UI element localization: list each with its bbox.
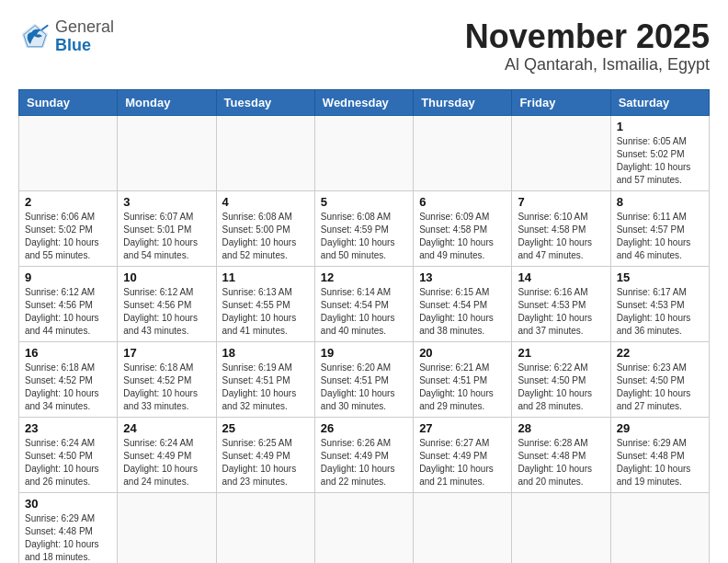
day-info: Sunrise: 6:18 AM Sunset: 4:52 PM Dayligh…	[25, 362, 111, 413]
calendar-cell: 13Sunrise: 6:15 AM Sunset: 4:54 PM Dayli…	[414, 266, 512, 341]
calendar-cell: 1Sunrise: 6:05 AM Sunset: 5:02 PM Daylig…	[610, 115, 709, 190]
weekday-header-thursday: Thursday	[414, 89, 512, 115]
logo: General Blue	[18, 18, 114, 55]
day-info: Sunrise: 6:22 AM Sunset: 4:50 PM Dayligh…	[518, 362, 604, 413]
calendar-cell: 22Sunrise: 6:23 AM Sunset: 4:50 PM Dayli…	[610, 341, 709, 417]
day-info: Sunrise: 6:13 AM Sunset: 4:55 PM Dayligh…	[222, 286, 309, 338]
day-number: 11	[222, 270, 309, 284]
weekday-header-sunday: Sunday	[19, 89, 118, 115]
day-info: Sunrise: 6:26 AM Sunset: 4:49 PM Dayligh…	[321, 437, 407, 488]
calendar-cell: 3Sunrise: 6:07 AM Sunset: 5:01 PM Daylig…	[118, 190, 216, 266]
day-info: Sunrise: 6:07 AM Sunset: 5:01 PM Dayligh…	[123, 211, 210, 262]
calendar-cell: 23Sunrise: 6:24 AM Sunset: 4:50 PM Dayli…	[19, 417, 118, 492]
title-area: November 2025 Al Qantarah, Ismailia, Egy…	[465, 18, 710, 75]
calendar-cell: 19Sunrise: 6:20 AM Sunset: 4:51 PM Dayli…	[314, 341, 413, 417]
day-number: 26	[321, 421, 407, 435]
day-info: Sunrise: 6:06 AM Sunset: 5:02 PM Dayligh…	[25, 211, 111, 262]
day-info: Sunrise: 6:24 AM Sunset: 4:49 PM Dayligh…	[123, 437, 210, 488]
calendar-cell: 28Sunrise: 6:28 AM Sunset: 4:48 PM Dayli…	[512, 417, 610, 492]
calendar-cell: 16Sunrise: 6:18 AM Sunset: 4:52 PM Dayli…	[19, 341, 118, 417]
calendar-cell: 29Sunrise: 6:29 AM Sunset: 4:48 PM Dayli…	[610, 417, 709, 492]
calendar-cell: 4Sunrise: 6:08 AM Sunset: 5:00 PM Daylig…	[216, 190, 314, 266]
page-header: General Blue November 2025 Al Qantarah, …	[18, 18, 710, 75]
day-number: 28	[518, 421, 604, 435]
weekday-header-friday: Friday	[512, 89, 610, 115]
weekday-header-saturday: Saturday	[610, 89, 709, 115]
calendar-cell: 21Sunrise: 6:22 AM Sunset: 4:50 PM Dayli…	[512, 341, 610, 417]
day-info: Sunrise: 6:18 AM Sunset: 4:52 PM Dayligh…	[123, 362, 210, 413]
calendar-cell: 9Sunrise: 6:12 AM Sunset: 4:56 PM Daylig…	[19, 266, 118, 341]
day-number: 9	[25, 270, 111, 284]
day-info: Sunrise: 6:16 AM Sunset: 4:53 PM Dayligh…	[518, 286, 604, 338]
day-number: 21	[518, 346, 604, 360]
calendar-cell	[610, 492, 709, 563]
day-number: 20	[419, 346, 506, 360]
day-number: 18	[222, 346, 309, 360]
day-number: 23	[25, 421, 111, 435]
day-number: 16	[25, 346, 111, 360]
calendar-cell: 6Sunrise: 6:09 AM Sunset: 4:58 PM Daylig…	[414, 190, 512, 266]
calendar-cell: 17Sunrise: 6:18 AM Sunset: 4:52 PM Dayli…	[118, 341, 216, 417]
day-info: Sunrise: 6:28 AM Sunset: 4:48 PM Dayligh…	[518, 437, 604, 488]
calendar-cell: 7Sunrise: 6:10 AM Sunset: 4:58 PM Daylig…	[512, 190, 610, 266]
day-number: 6	[419, 195, 506, 209]
calendar-cell: 25Sunrise: 6:25 AM Sunset: 4:49 PM Dayli…	[216, 417, 314, 492]
day-info: Sunrise: 6:20 AM Sunset: 4:51 PM Dayligh…	[321, 362, 407, 413]
calendar-cell	[19, 115, 118, 190]
day-info: Sunrise: 6:29 AM Sunset: 4:48 PM Dayligh…	[617, 437, 703, 488]
day-info: Sunrise: 6:08 AM Sunset: 4:59 PM Dayligh…	[321, 211, 407, 262]
day-number: 17	[123, 346, 210, 360]
day-info: Sunrise: 6:12 AM Sunset: 4:56 PM Dayligh…	[123, 286, 210, 338]
calendar-cell	[216, 492, 314, 563]
calendar-cell: 10Sunrise: 6:12 AM Sunset: 4:56 PM Dayli…	[118, 266, 216, 341]
month-title: November 2025	[465, 18, 710, 55]
calendar-cell	[118, 492, 216, 563]
day-number: 7	[518, 195, 604, 209]
calendar-table: SundayMondayTuesdayWednesdayThursdayFrid…	[18, 89, 710, 563]
day-info: Sunrise: 6:15 AM Sunset: 4:54 PM Dayligh…	[419, 286, 506, 338]
day-info: Sunrise: 6:09 AM Sunset: 4:58 PM Dayligh…	[419, 211, 506, 262]
day-info: Sunrise: 6:17 AM Sunset: 4:53 PM Dayligh…	[617, 286, 703, 338]
calendar-cell	[512, 115, 610, 190]
day-info: Sunrise: 6:27 AM Sunset: 4:49 PM Dayligh…	[419, 437, 506, 488]
calendar-cell: 8Sunrise: 6:11 AM Sunset: 4:57 PM Daylig…	[610, 190, 709, 266]
calendar-cell	[414, 492, 512, 563]
logo-text: General Blue	[55, 18, 114, 55]
day-number: 5	[321, 195, 407, 209]
day-number: 25	[222, 421, 309, 435]
day-info: Sunrise: 6:14 AM Sunset: 4:54 PM Dayligh…	[321, 286, 407, 338]
day-info: Sunrise: 6:21 AM Sunset: 4:51 PM Dayligh…	[419, 362, 506, 413]
day-number: 24	[123, 421, 210, 435]
calendar-cell: 15Sunrise: 6:17 AM Sunset: 4:53 PM Dayli…	[610, 266, 709, 341]
day-number: 8	[617, 195, 703, 209]
location-title: Al Qantarah, Ismailia, Egypt	[465, 55, 710, 75]
day-number: 14	[518, 270, 604, 284]
calendar-cell: 12Sunrise: 6:14 AM Sunset: 4:54 PM Dayli…	[314, 266, 413, 341]
day-info: Sunrise: 6:25 AM Sunset: 4:49 PM Dayligh…	[222, 437, 309, 488]
calendar-cell: 11Sunrise: 6:13 AM Sunset: 4:55 PM Dayli…	[216, 266, 314, 341]
day-number: 27	[419, 421, 506, 435]
day-info: Sunrise: 6:05 AM Sunset: 5:02 PM Dayligh…	[617, 135, 703, 187]
calendar-cell	[216, 115, 314, 190]
day-number: 29	[617, 421, 703, 435]
calendar-cell: 18Sunrise: 6:19 AM Sunset: 4:51 PM Dayli…	[216, 341, 314, 417]
weekday-header-monday: Monday	[118, 89, 216, 115]
day-info: Sunrise: 6:29 AM Sunset: 4:48 PM Dayligh…	[25, 512, 111, 563]
day-info: Sunrise: 6:23 AM Sunset: 4:50 PM Dayligh…	[617, 362, 703, 413]
calendar-cell: 30Sunrise: 6:29 AM Sunset: 4:48 PM Dayli…	[19, 492, 118, 563]
calendar-cell: 24Sunrise: 6:24 AM Sunset: 4:49 PM Dayli…	[118, 417, 216, 492]
day-number: 30	[25, 497, 111, 511]
weekday-header-tuesday: Tuesday	[216, 89, 314, 115]
day-info: Sunrise: 6:12 AM Sunset: 4:56 PM Dayligh…	[25, 286, 111, 338]
calendar-cell: 2Sunrise: 6:06 AM Sunset: 5:02 PM Daylig…	[19, 190, 118, 266]
calendar-cell: 27Sunrise: 6:27 AM Sunset: 4:49 PM Dayli…	[414, 417, 512, 492]
logo-icon	[18, 20, 51, 53]
day-number: 3	[123, 195, 210, 209]
day-number: 12	[321, 270, 407, 284]
calendar-cell	[314, 492, 413, 563]
calendar-cell: 14Sunrise: 6:16 AM Sunset: 4:53 PM Dayli…	[512, 266, 610, 341]
calendar-cell: 5Sunrise: 6:08 AM Sunset: 4:59 PM Daylig…	[314, 190, 413, 266]
day-info: Sunrise: 6:11 AM Sunset: 4:57 PM Dayligh…	[617, 211, 703, 262]
calendar-cell: 26Sunrise: 6:26 AM Sunset: 4:49 PM Dayli…	[314, 417, 413, 492]
day-number: 1	[617, 120, 703, 133]
